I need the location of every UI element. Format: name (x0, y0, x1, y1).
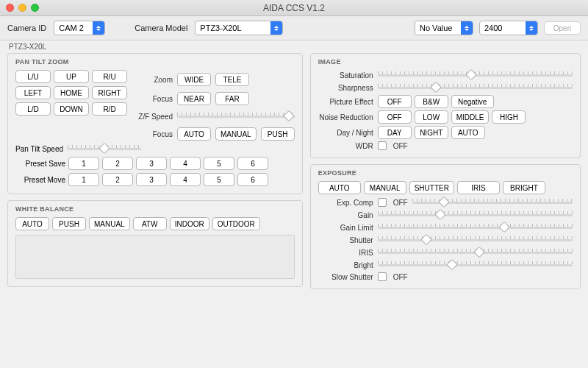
ptz-down-button[interactable]: DOWN (54, 102, 89, 116)
window-titlebar: AIDA CCS V1.2 (0, 0, 588, 16)
image-title: IMAGE (318, 58, 573, 66)
camera-model-value: PTZ3-X20L (200, 24, 241, 32)
preset-move-label: Preset Move (15, 176, 65, 184)
preset-move-6[interactable]: 6 (237, 173, 268, 186)
slowshutter-label: Slow Shutter (318, 273, 373, 281)
baud-select[interactable]: 2400 (479, 21, 538, 35)
baud-value: 2400 (484, 24, 502, 32)
exp-auto-button[interactable]: AUTO (318, 181, 361, 194)
ptz-rd-button[interactable]: R/D (92, 102, 127, 116)
gainlimit-slider[interactable] (378, 222, 573, 233)
nr-low-button[interactable]: LOW (415, 110, 448, 124)
wb-atw-button[interactable]: ATW (133, 217, 167, 230)
gain-slider[interactable] (378, 210, 573, 220)
focus-manual-button[interactable]: MANUAL (215, 127, 257, 141)
ptz-home-button[interactable]: HOME (54, 86, 89, 99)
focus-near-button[interactable]: NEAR (177, 92, 211, 105)
dn-night-button[interactable]: NIGHT (415, 126, 448, 139)
iris-label: IRIS (318, 249, 373, 257)
zfspeed-slider[interactable] (177, 111, 295, 121)
camera-model-label: Camera Model (135, 24, 187, 32)
preset-move-3[interactable]: 3 (136, 173, 167, 186)
novalue-select[interactable]: No Value (415, 21, 473, 35)
chevron-updown-icon (461, 21, 473, 35)
novalue-text: No Value (420, 24, 452, 32)
zoom-label: Zoom (135, 76, 173, 84)
preset-save-1[interactable]: 1 (68, 157, 99, 170)
ptz-lu-button[interactable]: L/U (15, 70, 51, 83)
exp-bright-button[interactable]: BRIGHT (503, 181, 545, 194)
picture-effect-label: Picture Effect (318, 98, 373, 106)
preset-move-4[interactable]: 4 (170, 173, 201, 186)
wb-group: WHITE BALANCE AUTO PUSH MANUAL ATW INDOO… (7, 200, 303, 287)
wdr-off-label: OFF (393, 142, 408, 150)
wdr-checkbox[interactable] (378, 141, 387, 150)
preset-save-4[interactable]: 4 (170, 157, 201, 170)
focus-label: Focus (135, 95, 173, 103)
pe-bw-button[interactable]: B&W (415, 95, 448, 108)
sharpness-label: Sharpness (318, 84, 373, 92)
exp-iris-button[interactable]: IRIS (457, 181, 500, 194)
sharpness-slider[interactable] (378, 82, 573, 93)
camera-id-value: CAM 2 (59, 24, 84, 32)
preset-move-1[interactable]: 1 (68, 173, 99, 186)
zoom-tele-button[interactable]: TELE (215, 73, 249, 86)
nr-high-button[interactable]: HIGH (492, 110, 526, 124)
zoom-wide-button[interactable]: WIDE (177, 73, 211, 86)
wb-title: WHITE BALANCE (15, 205, 295, 213)
slowshutter-checkbox[interactable] (378, 272, 387, 281)
preset-save-5[interactable]: 5 (204, 157, 234, 170)
ptspeed-slider[interactable] (68, 144, 141, 154)
zfspeed-label: Z/F Speed (135, 113, 173, 121)
focus-push-button[interactable]: PUSH (261, 127, 295, 141)
saturation-slider[interactable] (378, 70, 573, 80)
daynight-label: Day / Night (318, 129, 373, 137)
nr-off-button[interactable]: OFF (378, 110, 412, 124)
expcomp-slider[interactable] (412, 197, 573, 208)
bright-label: Bright (318, 261, 373, 269)
iris-slider[interactable] (378, 247, 573, 258)
ptz-right-button[interactable]: RIGHT (92, 86, 127, 99)
ptz-up-button[interactable]: UP (54, 70, 89, 83)
open-button[interactable]: Open (544, 21, 581, 35)
ptz-left-button[interactable]: LEFT (15, 86, 51, 99)
camera-model-select[interactable]: PTZ3-X20L (195, 21, 283, 35)
wb-indoor-button[interactable]: INDOOR (170, 217, 209, 230)
preset-save-2[interactable]: 2 (102, 157, 133, 170)
dn-auto-button[interactable]: AUTO (451, 126, 485, 139)
gain-label: Gain (318, 211, 373, 219)
expcomp-checkbox[interactable] (378, 198, 387, 207)
wb-manual-button[interactable]: MANUAL (89, 217, 130, 230)
ptz-group: PAN TILT ZOOM L/U UP R/U LEFT HOME RIGHT… (7, 53, 303, 194)
pe-negative-button[interactable]: Negative (451, 95, 494, 108)
chevron-updown-icon (93, 21, 104, 35)
camera-id-select[interactable]: CAM 2 (54, 21, 105, 35)
bright-slider[interactable] (378, 260, 573, 270)
ptz-ru-button[interactable]: R/U (92, 70, 127, 83)
pe-off-button[interactable]: OFF (378, 95, 412, 108)
window-title: AIDA CCS V1.2 (0, 3, 588, 13)
wdr-label: WDR (318, 142, 373, 150)
wb-push-button[interactable]: PUSH (52, 217, 86, 230)
nr-middle-button[interactable]: MIDDLE (451, 110, 490, 124)
preset-move-5[interactable]: 5 (204, 173, 234, 186)
focus-auto-button[interactable]: AUTO (177, 127, 211, 141)
image-group: IMAGE Saturation Sharpness Picture Effec… (310, 53, 581, 158)
wb-outdoor-button[interactable]: OUTDOOR (212, 217, 260, 230)
ptz-title: PAN TILT ZOOM (15, 58, 295, 66)
preset-save-3[interactable]: 3 (136, 157, 167, 170)
dn-day-button[interactable]: DAY (378, 126, 412, 139)
shutter-slider[interactable] (378, 235, 573, 245)
chevron-updown-icon (270, 21, 282, 35)
preset-save-6[interactable]: 6 (237, 157, 268, 170)
ptz-ld-button[interactable]: L/D (15, 102, 51, 116)
gainlimit-label: Gain Limit (318, 224, 373, 232)
wb-detail-area (15, 235, 295, 279)
focus2-label: Focus (135, 130, 173, 138)
ptspeed-label: Pan Tilt Speed (15, 145, 63, 153)
exp-shutter-button[interactable]: SHUTTER (409, 181, 454, 194)
preset-move-2[interactable]: 2 (102, 173, 133, 186)
wb-auto-button[interactable]: AUTO (15, 217, 49, 230)
exp-manual-button[interactable]: MANUAL (364, 181, 406, 194)
focus-far-button[interactable]: FAR (215, 92, 249, 105)
